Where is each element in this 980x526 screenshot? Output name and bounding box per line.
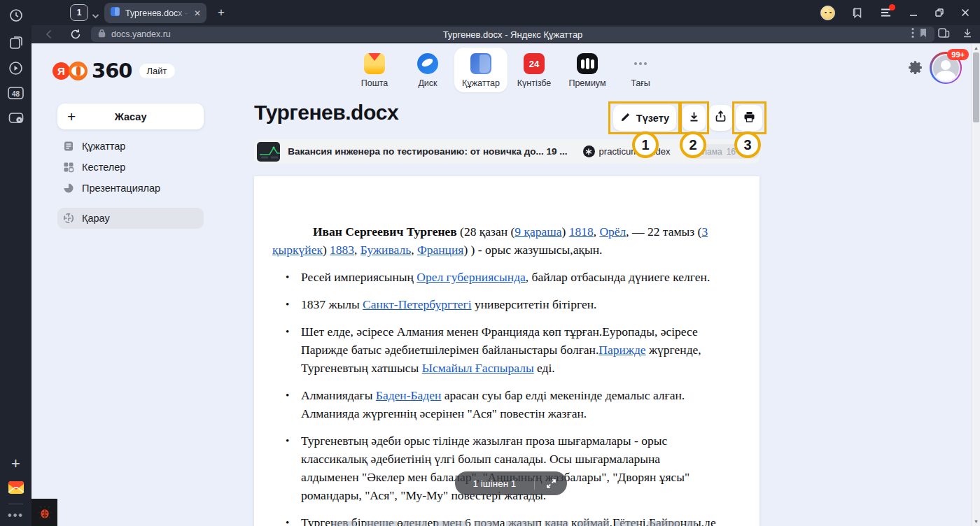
neuro-48-icon[interactable]: 48 (0, 85, 31, 101)
mail-icon (364, 53, 385, 74)
page-scrollbar[interactable]: ▲ ▼ (971, 43, 980, 526)
fullscreen-icon[interactable] (535, 478, 567, 489)
nav-item-documents[interactable]: Құжаттар (57, 136, 204, 157)
doc-link[interactable]: 1818 (569, 225, 594, 239)
scroll-down-icon[interactable]: ▼ (972, 519, 980, 524)
reload-icon[interactable] (70, 29, 81, 40)
doc-link[interactable]: Ысмайыл Ғаспыралы (422, 361, 534, 375)
app-calendar[interactable]: 24 Күнтізбе (507, 48, 561, 92)
doc-link[interactable]: Орел губерниясында (416, 270, 526, 284)
create-button[interactable]: + Жасау (57, 104, 204, 129)
history-icon[interactable] (0, 8, 31, 23)
doc-list-item: Шет елде, әсіресе Алмания менен Францияд… (272, 322, 716, 377)
screen: 48 + ••• 1 Тургенев.docx - Яндек ✕ + (0, 0, 980, 526)
globe-icon (63, 213, 75, 224)
doc-link[interactable]: Орёл (599, 225, 626, 239)
share-button[interactable] (709, 105, 732, 131)
doc-text: , байлар отбасында дүниеге келген. (526, 270, 710, 284)
callout-box-2 (680, 101, 709, 134)
lite-badge: Лайт (139, 64, 175, 78)
nav-list: Құжаттар Кестелер Презентациялар Қарау (57, 136, 204, 229)
app-premium[interactable]: Премиум (561, 48, 614, 92)
doc-paragraph: Иван Сергеевич Тургенев (28 қазан (9 қар… (272, 222, 716, 259)
screencast-icon[interactable] (0, 111, 31, 126)
tabs-chevron-down-icon[interactable] (92, 9, 99, 22)
doc-link[interactable]: 9 қараша (514, 225, 561, 239)
add-panel-icon[interactable]: + (0, 455, 31, 473)
app-more[interactable]: Тағы (614, 48, 667, 92)
page-title: Тургенев.docx - Яндекс Құжаттар (91, 29, 934, 40)
nav-item-presentations[interactable]: Презентациялар (57, 178, 204, 199)
browser-menu-icon[interactable] (880, 7, 892, 18)
premium-icon (577, 53, 598, 74)
doc-text: Алманиядағы (301, 388, 376, 402)
doc-link[interactable]: Буживаль (360, 243, 411, 257)
active-tab[interactable]: Тургенев.docx - Яндек ✕ (104, 3, 206, 23)
collections-icon[interactable] (0, 35, 31, 50)
yandex-mail-icon[interactable] (0, 478, 31, 497)
scroll-up-icon[interactable]: ▲ (972, 45, 980, 50)
scrollbar-thumb[interactable] (973, 52, 979, 122)
tab-close-icon[interactable]: ✕ (194, 8, 201, 18)
document-icon (63, 141, 75, 152)
close-button[interactable] (960, 8, 970, 17)
docs-favicon (110, 6, 120, 20)
share-icon (715, 111, 726, 125)
doc-link[interactable]: Парижде (598, 343, 645, 357)
clipped-text-line (332, 521, 696, 526)
bookmark-flag-icon[interactable] (919, 28, 927, 41)
doc-list-item: Ресей империясының Орел губерниясында, б… (272, 268, 716, 286)
doc-link[interactable]: 1883 (330, 243, 354, 257)
nav-item-view[interactable]: Қарау (57, 208, 204, 229)
url-menu-icon[interactable] (911, 27, 914, 41)
extensions-icon[interactable] (937, 27, 951, 42)
url-bar: docs.yandex.ru Тургенев.docx - Яндекс Құ… (31, 25, 980, 43)
doc-text: , — 22 тамыз ( (626, 225, 701, 239)
app-docs[interactable]: Құжаттар (454, 48, 507, 92)
360-logo-icon (69, 62, 88, 80)
doc-link[interactable]: Баден-Баден (376, 388, 442, 402)
minimize-button[interactable] (909, 8, 918, 17)
video-icon[interactable] (0, 60, 31, 76)
doc-text: Ресей империясының (301, 270, 416, 284)
more-icon (630, 53, 651, 74)
browser-profile-avatar[interactable] (820, 6, 835, 20)
app-switcher: Пошта Диск Құжаттар 24 Күнтізбе Премиум … (348, 48, 667, 92)
back-icon[interactable] (43, 29, 55, 40)
tab-count-badge[interactable]: 1 (70, 4, 88, 21)
table-icon (63, 162, 75, 173)
nav-item-tables[interactable]: Кестелер (57, 157, 204, 178)
doc-text: (28 қазан ( (457, 225, 515, 239)
page-indicator[interactable]: 1 ішінен 1 (455, 471, 567, 495)
yandex-logo-icon: Я (52, 62, 70, 80)
settings-gear-icon[interactable] (906, 59, 924, 79)
ad-title: Вакансия инженера по тестированию: от но… (288, 146, 567, 157)
callout-number-2: 2 (680, 132, 706, 158)
account-avatar[interactable]: 99+ (930, 52, 962, 84)
doc-link[interactable]: Франция (417, 243, 464, 257)
debug-extension-icon[interactable] (31, 499, 57, 526)
url-text: docs.yandex.ru (111, 29, 171, 39)
doc-link[interactable]: Санкт-Петербургтегі (363, 297, 472, 311)
ad-thumbnail (257, 142, 280, 162)
page-count-label: 1 ішінен 1 (455, 478, 534, 489)
practicum-icon (583, 145, 595, 157)
bookmarks-icon[interactable] (851, 6, 864, 19)
notifications-badge: 99+ (947, 49, 969, 60)
divider (8, 504, 23, 504)
calendar-icon: 24 (524, 53, 545, 74)
yandex-360-logo[interactable]: Я 360 Лайт (52, 59, 175, 83)
restore-button[interactable] (934, 8, 944, 17)
downloads-icon[interactable] (962, 27, 973, 41)
lock-icon (98, 28, 106, 41)
address-field[interactable]: docs.yandex.ru Тургенев.docx - Яндекс Құ… (91, 27, 934, 42)
more-panels-icon[interactable]: ••• (0, 509, 31, 522)
svg-text:48: 48 (12, 90, 20, 98)
360-text: 360 (92, 59, 132, 83)
new-tab-button[interactable]: + (214, 5, 229, 20)
doc-text: 1837 жылы (301, 297, 363, 311)
app-mail[interactable]: Пошта (348, 48, 401, 92)
app-disk[interactable]: Диск (401, 48, 454, 92)
disk-icon (417, 53, 438, 74)
doc-text: ) (323, 243, 330, 257)
